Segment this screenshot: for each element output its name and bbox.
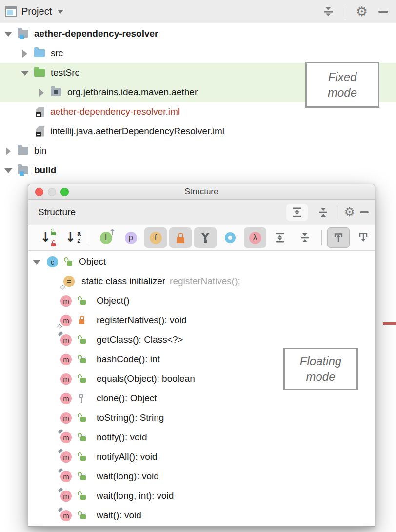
chevron-expanded-icon[interactable] <box>4 30 12 38</box>
method-icon: m <box>60 432 72 443</box>
public-lock-icon <box>79 511 86 520</box>
collapse-all-button[interactable] <box>294 227 316 248</box>
expand-all-button[interactable] <box>269 227 291 248</box>
method-letter-glyph: m <box>63 355 69 364</box>
project-title[interactable]: Project <box>21 6 52 17</box>
method-letter-glyph: m <box>63 472 69 481</box>
structure-row-class[interactable]: c Object <box>28 252 375 271</box>
collapse-all-button[interactable] <box>313 204 334 221</box>
structure-row-method[interactable]: m clone(): Object <box>28 389 375 408</box>
public-lock-icon <box>79 355 86 364</box>
annotation-text: mode <box>328 85 357 101</box>
fields-icon: f <box>150 232 162 244</box>
tree-item-label: build <box>34 165 56 176</box>
source-folder-icon <box>34 49 45 57</box>
autoscroll-from-source-button[interactable] <box>352 227 375 248</box>
module-icon <box>18 166 28 174</box>
structure-row-method[interactable]: m wait(long, int): void <box>28 486 375 506</box>
tree-row-build[interactable]: build <box>0 161 396 180</box>
structure-item-label: Object <box>79 256 106 267</box>
show-anonymous-button[interactable] <box>219 227 241 248</box>
tree-row-bin[interactable]: bin <box>0 141 396 161</box>
chevron-down-icon[interactable] <box>58 10 63 17</box>
scroll-to-source-icon <box>333 232 344 244</box>
y-merge-icon <box>200 232 211 243</box>
public-lock-icon <box>79 413 86 422</box>
properties-icon: p <box>125 232 137 244</box>
sort-by-visibility-icon: ↓ <box>41 230 54 245</box>
iml-file-icon <box>36 126 44 137</box>
sort-alphabetically-button[interactable]: ↓ a z <box>61 227 83 248</box>
method-icon: m <box>60 510 72 521</box>
structure-item-label: wait(long, int): void <box>97 491 174 501</box>
structure-panel-header: Structure ⚙ <box>28 200 375 225</box>
method-icon: m <box>60 373 72 385</box>
structure-toolbar: ↓ ↓ a z I ↑ p f <box>28 225 375 251</box>
structure-row-initializer[interactable]: = static class initializer registerNativ… <box>28 271 375 291</box>
tree-item-label: testSrc <box>51 67 79 78</box>
collapse-all-button[interactable] <box>322 6 334 18</box>
chevron-expanded-icon[interactable] <box>32 258 40 266</box>
method-letter-glyph: m <box>63 297 69 305</box>
expand-all-button[interactable] <box>286 204 308 221</box>
anonymous-classes-icon <box>225 232 236 243</box>
separator <box>345 4 345 19</box>
structure-row-method[interactable]: m toString(): String <box>28 408 375 428</box>
group-methods-button[interactable] <box>194 227 217 248</box>
tree-item-label: intellij.java.aetherDependencyResolver.i… <box>50 126 224 137</box>
method-letter-glyph: m <box>63 512 69 520</box>
separator <box>339 205 339 220</box>
chevron-collapsed-icon[interactable] <box>37 88 45 96</box>
sort-by-visibility-button[interactable]: ↓ <box>36 227 59 248</box>
chevron-expanded-icon[interactable] <box>20 69 28 77</box>
structure-row-method[interactable]: m Object() <box>28 291 375 310</box>
class-letter-glyph: c <box>51 258 55 266</box>
method-icon: m <box>60 451 72 463</box>
hide-button[interactable] <box>378 11 388 13</box>
structure-row-method[interactable]: m wait(): void <box>28 506 375 525</box>
sort-alphabetically-icon: ↓ a z <box>66 230 79 245</box>
chevron-expanded-icon[interactable] <box>4 166 12 174</box>
protected-key-icon <box>79 394 84 403</box>
tree-row-module-root[interactable]: aether-dependency-resolver <box>0 24 396 43</box>
red-marker-line <box>383 322 396 325</box>
project-toolwindow-header: Project ⚙ <box>0 0 396 23</box>
static-marker-icon <box>58 324 62 328</box>
gear-icon[interactable]: ⚙ <box>344 206 355 218</box>
structure-row-method[interactable]: m registerNatives(): void <box>28 310 375 330</box>
autoscroll-to-source-button[interactable] <box>327 227 350 248</box>
public-lock-icon <box>79 433 86 442</box>
method-letter-glyph: m <box>63 375 69 383</box>
method-icon: m <box>60 491 72 502</box>
structure-item-label: registerNatives(): void <box>97 315 187 326</box>
letter-z-glyph: z <box>77 237 81 244</box>
macos-titlebar[interactable]: Structure <box>28 184 375 200</box>
closed-lock-mini-icon <box>51 240 56 246</box>
show-lambdas-button[interactable]: λ <box>244 227 266 248</box>
tree-item-label: bin <box>34 145 46 156</box>
letter-a-glyph: a <box>77 230 81 237</box>
tree-row-src[interactable]: src <box>0 43 396 63</box>
structure-row-method[interactable]: m getClass(): Class<?> <box>28 330 375 349</box>
equals-glyph: = <box>67 277 71 286</box>
show-properties-button[interactable]: p <box>119 227 142 248</box>
chevron-collapsed-icon[interactable] <box>20 49 28 57</box>
tree-row-iml-2[interactable]: intellij.java.aetherDependencyResolver.i… <box>0 122 396 141</box>
down-arrow-glyph: ↓ <box>40 230 51 245</box>
chevron-collapsed-icon[interactable] <box>4 147 12 155</box>
show-inherited-button[interactable]: I ↑ <box>95 227 117 248</box>
structure-row-method[interactable]: m notifyAll(): void <box>28 447 375 467</box>
method-letter-glyph: m <box>63 414 69 422</box>
class-initializer-icon: = <box>63 276 75 287</box>
show-non-public-button[interactable] <box>169 227 192 248</box>
hide-button[interactable] <box>360 211 369 213</box>
method-icon: m <box>60 315 72 326</box>
collapse-all-icon <box>299 232 310 243</box>
show-fields-button[interactable]: f <box>144 227 167 248</box>
structure-row-method[interactable]: m notify(): void <box>28 428 375 447</box>
gear-icon[interactable]: ⚙ <box>356 5 368 18</box>
iml-file-icon <box>36 107 44 117</box>
public-lock-icon <box>79 374 86 383</box>
fixed-mode-annotation: Fixed mode <box>305 62 379 108</box>
structure-row-method[interactable]: m wait(long): void <box>28 467 375 486</box>
